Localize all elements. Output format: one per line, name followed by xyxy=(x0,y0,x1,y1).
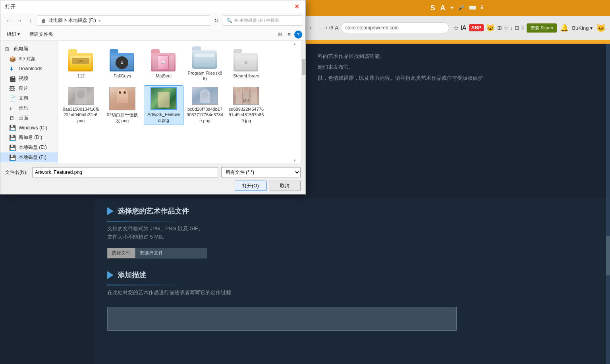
downloads-label: Downloads xyxy=(19,66,42,71)
description-textarea[interactable] xyxy=(107,307,457,331)
sidebar-item-documents[interactable]: 📄 文档 xyxy=(0,93,58,103)
3d-objects-icon: 📦 xyxy=(9,56,16,62)
folder-fallguys-icon: U xyxy=(110,49,135,71)
top-text-2: 她们束发布它。 xyxy=(318,62,594,71)
file-item-bc0d[interactable]: bc0d28f73d48b179032717764e3784e.png xyxy=(185,85,225,125)
videos-label: 视频 xyxy=(19,75,28,82)
this-pc-label: 此电脑 xyxy=(14,46,28,52)
img-02you-thumb xyxy=(109,87,135,110)
folder-programfiles-label: Program Files (x86) xyxy=(187,70,223,82)
dialog-scrollbar[interactable] xyxy=(301,41,305,164)
local-e-icon: 💾 xyxy=(9,144,16,151)
section1-title: 选择您的艺术作品文件 xyxy=(118,206,189,216)
scrollbar-thumb[interactable] xyxy=(606,236,610,275)
folder-112-label: 112 xyxy=(77,73,85,79)
pictures-label: 图片 xyxy=(19,85,28,92)
videos-icon: 🎬 xyxy=(9,75,16,82)
search-box[interactable]: 🔍 在 本地磁盘 (F:) 中搜索 xyxy=(223,15,302,26)
folder-programfiles-icon xyxy=(192,46,218,69)
section1-underline xyxy=(107,221,187,221)
documents-label: 文档 xyxy=(19,95,28,102)
choose-file-button[interactable]: 选择文件 xyxy=(107,248,135,258)
view-large-icons-button[interactable]: ⊞ xyxy=(275,30,284,39)
username-label[interactable]: BuKing ▾ xyxy=(572,25,593,31)
page-scrollbar[interactable] xyxy=(606,44,610,364)
address-bar-url[interactable]: store.steampowered.com xyxy=(345,25,399,31)
new-folder-button[interactable]: 新建文件夹 xyxy=(26,30,56,39)
address-path[interactable]: 🖥 此电脑 > 本地磁盘 (F:) ▾ xyxy=(37,15,210,26)
folder-item-steamlibrary[interactable]: ⚙ SteamLibrary xyxy=(226,44,266,84)
sidebar-item-vol-d[interactable]: 💾 新加卷 (D:) xyxy=(0,133,58,143)
section1-header: 选择您的艺术作品文件 xyxy=(107,206,594,216)
browser-toolbar-text: S A xyxy=(430,4,447,12)
sidebar-item-this-pc[interactable]: 🖥 此电脑 xyxy=(0,44,58,54)
sidebar-item-local-f[interactable]: 💾 本地磁盘 (F:) xyxy=(0,152,58,162)
dialog-bottom: 文件名(N): 所有文件 (*.*) 打开(O) 取消 xyxy=(0,164,305,194)
img-cd69-label: cd699322f45477691af9e481597b869.jpg xyxy=(228,106,264,123)
desktop-label: 桌面 xyxy=(19,115,28,121)
sidebar-item-downloads[interactable]: ⬇ Downloads xyxy=(0,64,58,73)
install-steam-button[interactable]: 安装 Steam xyxy=(527,23,557,33)
music-icon: ♪ xyxy=(9,105,16,112)
img-0aa-label: 0aa31500134f16f620fbd940bfb22e6.png xyxy=(63,106,99,123)
nav-up-button[interactable]: ↑ xyxy=(26,16,35,25)
user-area: 安装 Steam 🔔 BuKing ▾ 🐱 xyxy=(527,23,606,33)
dialog-scrollbar-thumb[interactable] xyxy=(302,59,305,75)
file-item-0aa[interactable]: 0aa31500134f16f620fbd940bfb22e6.png xyxy=(61,85,101,125)
dialog-titlebar: 打开 ✕ xyxy=(0,0,305,13)
sidebar-item-music[interactable]: ♪ 音乐 xyxy=(0,103,58,113)
pictures-icon: 🖼 xyxy=(9,85,16,92)
filename-input[interactable] xyxy=(32,167,218,177)
sidebar-item-desktop[interactable]: 🖥 桌面 xyxy=(0,113,58,123)
file-choose-area: 选择文件 未选择文件 xyxy=(107,248,594,258)
section-triangle-1 xyxy=(107,207,114,215)
folder-item-112[interactable]: 112 112 xyxy=(61,44,101,84)
vol-d-label: 新加卷 (D:) xyxy=(19,134,42,141)
local-e-label: 本地磁盘 (E:) xyxy=(19,144,47,151)
nav-back-button[interactable]: ← xyxy=(4,16,13,25)
file-open-dialog: 打开 ✕ ← → ↑ 🖥 此电脑 > 本地磁盘 (F:) ▾ ↻ 🔍 在 本地磁… xyxy=(0,0,306,195)
view-list-button[interactable]: ≡ xyxy=(285,30,293,39)
folder-112-icon: 112 xyxy=(68,49,94,71)
folder-item-programfiles[interactable]: Program Files (x86) xyxy=(185,44,225,84)
top-text-area: 料的艺术作品区找到该功能。 她们束发布它。 以，色情或裸露，以及暴力内容。请举报… xyxy=(306,44,606,92)
this-pc-icon: 🖥 xyxy=(4,46,12,52)
folder-item-majsoul[interactable]: 📖 MajSoul xyxy=(144,44,183,84)
file-item-artwork[interactable]: Artwork_Featured.png xyxy=(144,85,183,125)
img-bc0d-thumb xyxy=(192,87,218,105)
sidebar-item-videos[interactable]: 🎬 视频 xyxy=(0,73,58,83)
refresh-button[interactable]: ↻ xyxy=(212,16,221,25)
folder-fallguys-label: FallGuys xyxy=(114,73,131,79)
help-button[interactable]: ? xyxy=(294,31,302,39)
file-item-02you[interactable]: 02幼白甜千佳披发.png xyxy=(102,85,142,125)
file-item-cd69[interactable]: 就这 cd699322f45477691af9e481597b869.jpg xyxy=(226,85,266,125)
top-text-3: 以，色情或裸露，以及暴力内容。请举报此类艺术作品或任何受版权保护 xyxy=(318,73,594,83)
vol-d-icon: 💾 xyxy=(9,135,16,141)
sidebar-item-local-e[interactable]: 💾 本地磁盘 (E:) xyxy=(0,143,58,152)
section1-desc1: 支持的文件格式为 JPG、PNG 以及 GIF。 文件大小不能超过 5 MB。 xyxy=(107,225,594,241)
windows-c-icon: 💾 xyxy=(9,125,16,131)
open-button[interactable]: 打开(O) xyxy=(235,181,266,191)
filename-row: 文件名(N): 所有文件 (*.*) xyxy=(5,167,301,177)
sidebar-item-pictures[interactable]: 🖼 图片 xyxy=(0,83,58,93)
sidebar-item-windows-c[interactable]: 💾 Windows (C:) xyxy=(0,123,58,133)
img-artwork-thumb xyxy=(151,87,177,110)
section2-header: 添加描述 xyxy=(107,270,594,280)
page-main: 选择您的艺术作品文件 支持的文件格式为 JPG、PNG 以及 GIF。 文件大小… xyxy=(95,198,606,364)
organize-button[interactable]: 组织 ▾ xyxy=(4,30,23,39)
nav-forward-button[interactable]: → xyxy=(15,16,24,25)
view-buttons: ⊞ ≡ ? xyxy=(275,30,302,39)
cancel-button[interactable]: 取消 xyxy=(269,181,301,191)
sidebar-item-3d-objects[interactable]: 📦 3D 对象 xyxy=(0,54,58,64)
file-name-display: 未选择文件 xyxy=(135,248,207,258)
img-artwork-label: Artwork_Featured.png xyxy=(146,112,181,123)
dialog-toolbar: 组织 ▾ 新建文件夹 ⊞ ≡ ? xyxy=(0,28,305,41)
dialog-files-area[interactable]: ▲ 112 112 xyxy=(58,41,301,164)
bottom-buttons: 打开(O) 取消 xyxy=(5,181,301,191)
folder-item-fallguys[interactable]: U FallGuys xyxy=(102,44,142,84)
3d-objects-label: 3D 对象 xyxy=(19,56,36,62)
folder-steamlibrary-icon: ⚙ xyxy=(234,49,259,71)
local-f-label: 本地磁盘 (F:) xyxy=(19,154,46,161)
dialog-close-button[interactable]: ✕ xyxy=(293,3,301,11)
filetype-select[interactable]: 所有文件 (*.*) xyxy=(221,167,301,177)
